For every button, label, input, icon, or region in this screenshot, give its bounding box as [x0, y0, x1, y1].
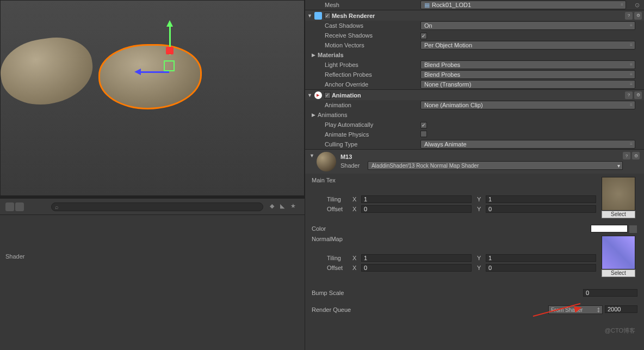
color-label: Color — [312, 225, 591, 232]
console-collapse-icon[interactable] — [15, 202, 24, 211]
rock-mesh-1 — [0, 33, 97, 110]
help-icon[interactable]: ? — [625, 91, 633, 99]
normalmap-tiling-x[interactable] — [361, 254, 472, 262]
help-icon[interactable]: ? — [623, 152, 630, 159]
shader-dropdown[interactable]: AladdinShader/13 Rock Normal Map Shader — [368, 161, 623, 170]
gear-icon[interactable]: ⚙ — [634, 12, 642, 20]
x-axis-arrow[interactable] — [137, 71, 169, 73]
gear-icon[interactable]: ⚙ — [634, 91, 642, 99]
receive-shadows-checkbox[interactable] — [420, 33, 427, 39]
console-clear-icon[interactable] — [5, 202, 14, 211]
animation-header[interactable]: ▼ ▶ Animation ? ⚙ — [305, 89, 644, 100]
foldout-icon[interactable]: ▶ — [312, 112, 315, 118]
rock-mesh-2-selected[interactable] — [98, 44, 202, 109]
foldout-icon[interactable]: ▼ — [307, 93, 312, 98]
help-icon[interactable]: ? — [625, 12, 633, 20]
filter-icon-3[interactable]: ★ — [290, 202, 299, 211]
gear-icon[interactable]: ⚙ — [632, 152, 640, 159]
light-probes-dropdown[interactable]: Blend Probes — [420, 60, 635, 69]
anchor-override-dropdown[interactable]: None (Transform) — [420, 80, 635, 89]
foldout-icon[interactable]: ▼ — [307, 13, 312, 19]
normalmap-label: NormalMap — [312, 236, 602, 242]
cast-shadows-dropdown[interactable]: On — [420, 21, 635, 30]
render-queue-dropdown[interactable]: From Shader — [548, 305, 603, 314]
maintex-offset-y[interactable] — [486, 205, 596, 213]
bump-scale-label: Bump Scale — [312, 290, 420, 296]
mesh-field[interactable]: ▦Rock01_LOD1 — [420, 1, 626, 9]
gizmo-handle[interactable] — [166, 47, 174, 54]
normalmap-offset-x[interactable] — [361, 264, 472, 272]
color-field[interactable] — [591, 225, 628, 232]
animation-clip-field[interactable]: None (Animation Clip) — [420, 101, 635, 109]
render-queue-input[interactable] — [605, 305, 637, 313]
animation-enable-checkbox[interactable] — [324, 92, 331, 99]
mesh-renderer-header[interactable]: ▼ Mesh Renderer ? ⚙ — [305, 10, 644, 21]
console-body: Shader — [0, 215, 305, 350]
gizmo-cube[interactable] — [164, 60, 175, 71]
bump-scale-input[interactable] — [583, 289, 637, 297]
mesh-picker-icon[interactable]: ⊙ — [635, 2, 640, 9]
animation-icon: ▶ — [314, 91, 322, 99]
normalmap-offset-y[interactable] — [486, 264, 596, 272]
play-auto-checkbox[interactable] — [420, 122, 427, 128]
motion-vectors-dropdown[interactable]: Per Object Motion — [420, 41, 635, 50]
console-toolbar: ⌕ ◆ ◣ ★ — [0, 199, 305, 215]
culling-type-dropdown[interactable]: Always Animate — [420, 140, 635, 149]
mesh-renderer-enable-checkbox[interactable] — [324, 13, 331, 19]
filter-icon-2[interactable]: ◣ — [280, 202, 289, 211]
material-preview-sphere — [317, 152, 336, 171]
foldout-icon[interactable]: ▼ — [309, 153, 314, 158]
maintex-label: Main Tex — [312, 177, 602, 183]
animate-physics-checkbox[interactable] — [420, 131, 427, 137]
foldout-icon[interactable]: ▶ — [312, 52, 315, 58]
maintex-tiling-x[interactable] — [361, 195, 472, 203]
maintex-offset-x[interactable] — [361, 205, 472, 213]
search-icon: ⌕ — [55, 204, 59, 210]
shader-asset-label[interactable]: Shader — [5, 253, 299, 260]
normalmap-tiling-y[interactable] — [486, 254, 596, 262]
mesh-label: Mesh — [312, 2, 420, 8]
maintex-select-button[interactable]: Select — [602, 211, 635, 218]
inspector-panel: Mesh ▦Rock01_LOD1 ⊙ ▼ Mesh Renderer ? ⚙ … — [305, 0, 644, 350]
console-search-input[interactable]: ⌕ — [51, 202, 263, 211]
maintex-texture-slot[interactable] — [602, 177, 635, 211]
maintex-tiling-y[interactable] — [486, 195, 596, 203]
render-queue-label: Render Queue — [312, 306, 420, 313]
normalmap-select-button[interactable]: Select — [602, 269, 635, 277]
reflection-probes-dropdown[interactable]: Blend Probes — [420, 70, 635, 79]
scene-viewport[interactable] — [0, 0, 305, 196]
material-header[interactable]: ▼ M13 Shader AladdinShader/13 Rock Norma… — [305, 149, 644, 174]
filter-icon-1[interactable]: ◆ — [270, 202, 278, 211]
mesh-renderer-icon — [314, 12, 322, 20]
normalmap-texture-slot[interactable] — [602, 236, 635, 269]
